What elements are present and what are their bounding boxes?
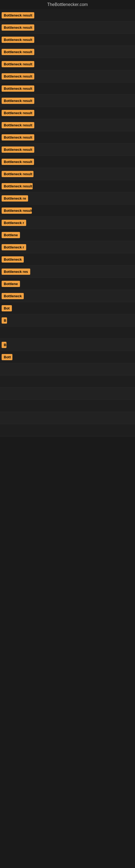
list-item: Bottleneck result xyxy=(0,34,135,46)
bottleneck-result-badge[interactable]: Bottleneck xyxy=(2,256,24,262)
list-item: Bottleneck result xyxy=(0,22,135,34)
bottleneck-result-badge[interactable]: Bottleneck result xyxy=(2,73,34,80)
bottleneck-result-badge[interactable]: Bottleneck res xyxy=(2,269,30,275)
list-item: Bottleneck result xyxy=(0,70,135,83)
bottleneck-result-badge[interactable]: Bottleneck re xyxy=(2,195,28,202)
bottleneck-result-badge[interactable]: Bott xyxy=(2,354,12,360)
bottleneck-result-badge[interactable]: Bottleneck xyxy=(2,293,24,299)
list-item: Bottleneck result xyxy=(0,9,135,22)
bottleneck-result-badge[interactable]: Bottlene xyxy=(2,232,20,238)
bottleneck-result-badge[interactable]: Bottleneck r xyxy=(2,244,26,250)
list-item: Bott xyxy=(0,351,135,363)
list-item: Bottleneck result xyxy=(0,119,135,131)
list-item xyxy=(0,424,135,436)
bottleneck-result-badge[interactable]: Bottleneck result xyxy=(2,134,34,141)
list-item: Bottleneck result xyxy=(0,58,135,70)
bottleneck-result-badge[interactable]: Bottleneck result xyxy=(2,12,34,19)
bottleneck-result-badge[interactable]: Bottleneck result xyxy=(2,61,34,67)
list-item: Bottleneck result xyxy=(0,144,135,156)
bottleneck-result-badge[interactable]: Bottleneck result xyxy=(2,24,34,31)
bottleneck-result-badge[interactable]: Bottleneck result xyxy=(2,37,34,43)
list-item: Bottleneck result xyxy=(0,131,135,144)
list-item: Bottleneck result xyxy=(0,83,135,95)
list-item xyxy=(0,327,135,339)
list-item: Bottleneck result xyxy=(0,156,135,168)
list-item: Bottlene xyxy=(0,229,135,241)
list-item: Bottleneck res xyxy=(0,266,135,278)
bottleneck-result-badge[interactable]: Bottleneck result xyxy=(2,147,34,153)
bottleneck-result-badge[interactable]: Bottleneck result xyxy=(2,171,34,177)
list-item: Bottlene xyxy=(0,278,135,290)
bottleneck-result-badge[interactable]: Bottleneck result xyxy=(2,122,34,128)
bottleneck-result-badge[interactable]: B xyxy=(2,342,6,348)
list-item: Bot xyxy=(0,302,135,314)
list-item: Bottleneck xyxy=(0,253,135,266)
bottleneck-result-badge[interactable]: Bottleneck result xyxy=(2,159,34,165)
list-item: Bottleneck result xyxy=(0,46,135,58)
bottleneck-result-badge[interactable]: Bottleneck result xyxy=(2,110,34,116)
bottleneck-result-badge[interactable]: Bottleneck result xyxy=(2,98,34,104)
site-title: TheBottlenecker.com xyxy=(0,0,135,9)
list-item xyxy=(0,375,135,388)
bottleneck-result-badge[interactable]: Bottleneck result xyxy=(2,86,34,92)
list-item: Bottleneck result xyxy=(0,107,135,119)
bottleneck-result-badge[interactable]: Bottleneck result xyxy=(2,183,33,189)
list-item xyxy=(0,412,135,424)
bottleneck-result-badge[interactable]: Bottlene xyxy=(2,281,20,287)
list-item: Bottleneck r xyxy=(0,217,135,229)
list-item: Bottleneck result xyxy=(0,95,135,107)
list-item: B xyxy=(0,339,135,351)
bottleneck-result-badge[interactable]: Bottleneck result xyxy=(2,208,32,214)
bottleneck-result-badge[interactable]: Bot xyxy=(2,305,12,311)
list-item: Bottleneck result xyxy=(0,180,135,192)
list-item xyxy=(0,388,135,400)
list-item: B xyxy=(0,314,135,327)
bottleneck-result-badge[interactable]: B xyxy=(2,317,7,323)
list-item xyxy=(0,363,135,375)
list-item: Bottleneck result xyxy=(0,168,135,180)
bottleneck-result-badge[interactable]: Bottleneck result xyxy=(2,49,34,55)
list-item: Bottleneck re xyxy=(0,192,135,205)
list-item: Bottleneck result xyxy=(0,205,135,217)
list-item: Bottleneck r xyxy=(0,241,135,253)
bottleneck-result-badge[interactable]: Bottleneck r xyxy=(2,220,26,226)
list-item xyxy=(0,400,135,412)
list-item: Bottleneck xyxy=(0,290,135,302)
